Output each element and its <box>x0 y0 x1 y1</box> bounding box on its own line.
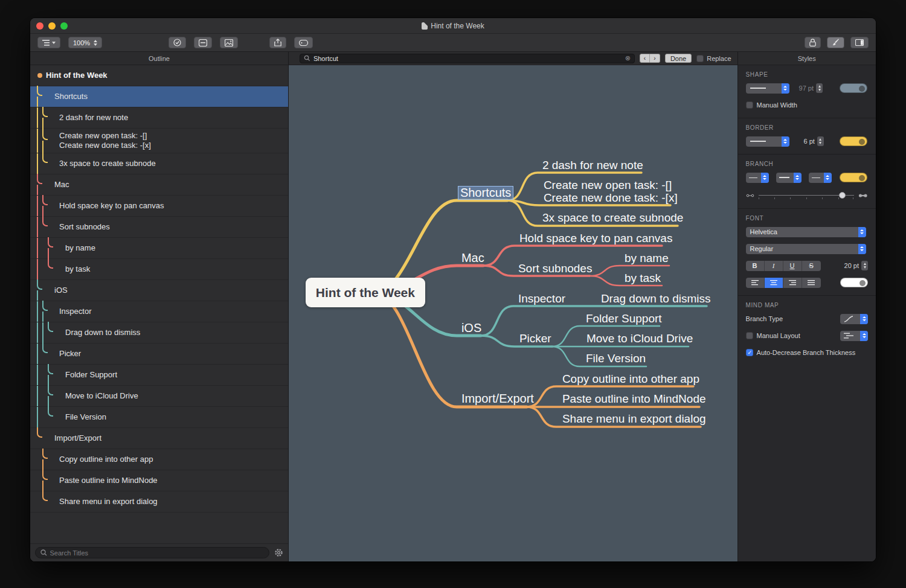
mindmap-node[interactable]: by task <box>625 272 661 284</box>
outline-item[interactable]: Sort subnodes <box>30 217 288 238</box>
underline-button[interactable]: U <box>783 261 802 271</box>
outline-item[interactable]: Inspector <box>30 301 288 322</box>
outline-item[interactable]: by name <box>30 238 288 259</box>
shape-width-stepper[interactable]: 97 pt <box>799 83 823 93</box>
outline-item[interactable]: Picker <box>30 344 288 365</box>
styles-panel-button[interactable] <box>827 37 844 48</box>
mindmap-node[interactable]: Paste outline into MindNode <box>562 392 706 405</box>
border-width-stepper[interactable]: 6 pt <box>804 136 824 146</box>
outline-item[interactable]: Paste outline into MindNode <box>30 470 288 491</box>
mindmap-node[interactable]: Folder Support <box>586 312 662 325</box>
mindmap-root-node[interactable]: Hint of the Week <box>306 278 425 307</box>
mindmap-node[interactable]: File Version <box>586 352 646 365</box>
mindmap-node[interactable]: Drag down to dismiss <box>601 292 711 305</box>
font-weight-select[interactable]: Regular <box>746 244 866 254</box>
panel-toggle-button[interactable] <box>850 37 869 48</box>
minimize-button[interactable] <box>48 22 56 30</box>
media-button[interactable] <box>220 37 238 48</box>
mindmap-node[interactable]: Mac <box>461 252 484 264</box>
align-right-button[interactable] <box>783 278 802 288</box>
mindmap-node[interactable]: Move to iCloud Drive <box>586 332 693 345</box>
shape-select[interactable] <box>746 83 789 94</box>
outline-item[interactable]: Drag down to dismiss <box>30 322 288 344</box>
clear-search-icon[interactable]: ⊗ <box>625 55 631 62</box>
outline-item[interactable]: Folder Support <box>30 365 288 386</box>
mindmap-node[interactable]: 2 dash for new note <box>542 159 643 171</box>
outline-item[interactable]: Mac <box>30 174 288 196</box>
mindmap-node[interactable]: Inspector <box>518 292 565 305</box>
outline-item[interactable]: Copy outline into other app <box>30 449 288 470</box>
layout-select[interactable] <box>840 331 868 341</box>
tag-button[interactable] <box>294 37 313 48</box>
auto-decrease-checkbox[interactable] <box>746 349 753 356</box>
replace-option[interactable]: Replace <box>696 55 731 62</box>
mindmap-node[interactable]: Share menu in export dialog <box>562 412 706 425</box>
mindmap-node[interactable]: Hold space key to pan canvas <box>519 232 673 244</box>
node-button[interactable] <box>194 37 212 48</box>
mindmap-canvas[interactable]: Hint of the Week Shortcuts2 dash for new… <box>289 65 737 561</box>
task-button[interactable] <box>169 37 186 48</box>
outline-item[interactable]: Import/Export <box>30 428 288 449</box>
outline-item[interactable]: File Version <box>30 407 288 428</box>
close-button[interactable] <box>36 22 43 30</box>
manual-width-option[interactable]: Manual Width <box>746 101 797 109</box>
mindmap-node[interactable]: Import/Export <box>461 392 534 405</box>
outline-item[interactable]: 2 dash for new note <box>30 107 288 129</box>
mindmap-node[interactable]: Copy outline into other app <box>562 372 699 385</box>
zoom-control[interactable]: 100% <box>68 37 102 48</box>
branch-thickness-slider[interactable] <box>759 191 854 200</box>
chevron-down-icon <box>52 42 56 44</box>
branch-line-select[interactable] <box>776 173 802 183</box>
mindmap-node[interactable]: by name <box>625 252 669 264</box>
border-style-select[interactable] <box>746 136 789 147</box>
view-mode-button[interactable] <box>37 37 60 48</box>
outline-item[interactable]: Shortcuts <box>30 86 288 107</box>
mindmap-node[interactable]: Sort subnodes <box>518 262 593 275</box>
manual-layout-option[interactable]: Manual Layout <box>746 332 800 339</box>
font-family-select[interactable]: Helvetica <box>746 227 866 237</box>
outline-search-input[interactable] <box>50 549 264 557</box>
italic-button[interactable]: I <box>765 261 783 271</box>
outline-item[interactable]: Move to iCloud Drive <box>30 386 288 407</box>
mindmap-node[interactable]: 3x space to create subnode <box>542 211 683 224</box>
replace-checkbox[interactable] <box>696 55 704 62</box>
outline-item[interactable]: Create new open task: -[] Create new don… <box>30 129 288 153</box>
outline-item[interactable]: Hint of the Week <box>30 65 288 86</box>
manual-layout-checkbox[interactable] <box>746 332 753 339</box>
bold-button[interactable]: B <box>746 261 765 271</box>
outline-item[interactable]: iOS <box>30 280 288 301</box>
strikethrough-button[interactable]: S <box>802 261 821 271</box>
outline-item[interactable]: Share menu in export dialog <box>30 491 288 513</box>
branch-start-select[interactable] <box>746 173 769 183</box>
mindmap-node[interactable]: Create new open task: -[] Create new don… <box>544 179 678 204</box>
border-color-well[interactable] <box>840 136 867 146</box>
outline-item[interactable]: 3x space to create subnode <box>30 153 288 174</box>
done-button[interactable]: Done <box>665 54 692 63</box>
branch-end-select[interactable] <box>809 173 832 183</box>
align-justify-button[interactable] <box>802 278 821 288</box>
mindmap-node[interactable]: Shortcuts <box>458 187 513 199</box>
find-input[interactable] <box>313 55 622 62</box>
mindmap-node[interactable]: Picker <box>519 332 551 345</box>
branch-type-select[interactable] <box>840 314 868 324</box>
align-center-button[interactable] <box>765 278 783 288</box>
outline-search-field[interactable] <box>35 547 269 558</box>
share-button[interactable] <box>805 37 821 48</box>
font-size-stepper[interactable]: 20 pt <box>844 261 868 270</box>
manual-width-checkbox[interactable] <box>746 101 753 109</box>
zoom-button[interactable] <box>60 22 68 30</box>
find-next-button[interactable]: › <box>650 54 660 63</box>
slider-knob[interactable] <box>839 192 846 199</box>
outline-item[interactable]: Hold space key to pan canvas <box>30 196 288 217</box>
align-left-button[interactable] <box>746 278 765 288</box>
find-previous-button[interactable]: ‹ <box>640 54 650 63</box>
mindmap-node[interactable]: iOS <box>461 322 481 334</box>
branch-color-well[interactable] <box>840 173 867 182</box>
insert-button[interactable] <box>269 37 286 48</box>
auto-decrease-option[interactable]: Auto-Decrease Branch Thickness <box>746 349 856 356</box>
outline-item[interactable]: by task <box>30 259 288 280</box>
shape-color-well[interactable] <box>840 83 867 93</box>
gear-icon[interactable] <box>274 548 283 557</box>
find-field[interactable]: ⊗ <box>300 54 635 63</box>
font-color-well[interactable] <box>840 278 868 287</box>
